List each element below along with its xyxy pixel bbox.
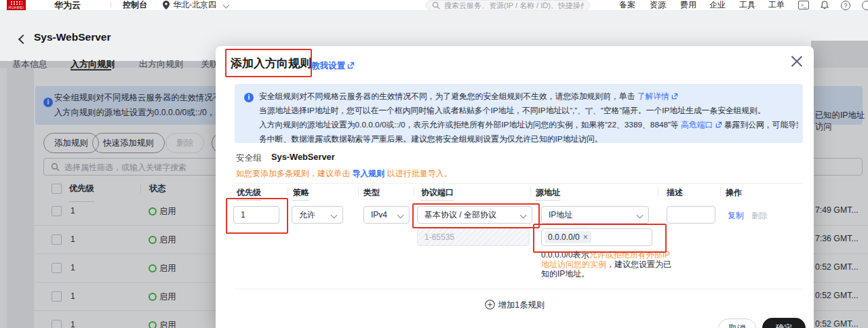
column-divider bbox=[720, 187, 721, 196]
col-actions: 操作 bbox=[726, 187, 742, 199]
delete-action[interactable]: 删除 bbox=[751, 210, 768, 222]
strategy-value: 允许 bbox=[299, 210, 315, 220]
col-description: 描述 bbox=[667, 187, 683, 199]
external-link-icon bbox=[671, 90, 678, 104]
table-bottom-divider bbox=[235, 289, 803, 289]
col-priority: 优先级 bbox=[237, 187, 261, 201]
chevron-down-icon bbox=[223, 2, 230, 9]
external-link-icon bbox=[347, 62, 355, 71]
source-warning-l2a: 地址访问您的实例 bbox=[541, 260, 606, 269]
menu-ticket[interactable]: 工单 bbox=[768, 0, 785, 10]
menu-beian[interactable]: 备案 bbox=[619, 0, 635, 10]
add-inbound-rule-dialog: 添加入方向规则 教我设置 安全组规则对不同规格云服务器的生效情况不同，为了避免您… bbox=[216, 46, 814, 328]
add-one-rule-button[interactable]: 增加1条规则 bbox=[216, 300, 814, 311]
topbar-divider bbox=[111, 1, 111, 8]
import-rules-link[interactable]: 导入规则 bbox=[352, 169, 384, 178]
chevron-down-icon bbox=[331, 212, 338, 219]
chevron-down-icon bbox=[520, 212, 527, 219]
type-select[interactable]: IPv4 bbox=[363, 206, 410, 224]
menu-billing[interactable]: 费用 bbox=[680, 0, 696, 10]
alert-line2-text: 当源地址选择IP地址时，您可以在一个框内同时输入或者粘贴多个IP地址，不同IP地… bbox=[259, 104, 798, 118]
page-title: Sys-WebServer bbox=[34, 31, 111, 43]
chevron-down-icon bbox=[397, 212, 404, 219]
notification-bell-icon[interactable] bbox=[821, 1, 829, 11]
huawei-logo-word: HUAWEI bbox=[7, 5, 26, 9]
col-protocol-port: 协议端口 bbox=[421, 187, 454, 201]
dialog-title: 添加入方向规则 bbox=[231, 56, 311, 71]
priority-input[interactable]: 1 bbox=[233, 206, 279, 224]
protocol-value: 基本协议 / 全部协议 bbox=[425, 210, 496, 220]
account-icon[interactable] bbox=[862, 1, 868, 10]
back-icon[interactable] bbox=[18, 35, 28, 44]
cancel-button[interactable]: 取消 bbox=[718, 319, 756, 328]
external-link-icon bbox=[715, 119, 722, 133]
remove-tag-icon[interactable] bbox=[583, 232, 588, 242]
add-one-rule-label: 增加1条规则 bbox=[498, 300, 545, 310]
menu-tools[interactable]: 工具 bbox=[739, 0, 755, 10]
teach-me-link[interactable]: 教我设置 bbox=[311, 60, 355, 72]
global-search-placeholder: 搜索云服务、资源(IP / 名称 / ID)、快捷操作... bbox=[444, 1, 584, 10]
ip-tag-chip: 0.0.0.0/0 bbox=[545, 231, 591, 243]
region-selector[interactable]: 华北-北京四 bbox=[173, 0, 216, 10]
col-strategy: 策略 bbox=[293, 187, 309, 201]
huawei-logo[interactable]: HUAWEI bbox=[7, 0, 26, 10]
alert-line3-text-post: 暴露到公网，可能导致网络入侵，造成业 bbox=[722, 120, 798, 129]
menu-resources[interactable]: 资源 bbox=[650, 0, 666, 10]
close-icon[interactable] bbox=[791, 54, 803, 67]
import-tip-post: 以进行批量导入。 bbox=[384, 169, 452, 178]
security-group-value: Sys-WebServer bbox=[271, 152, 335, 162]
table-top-divider bbox=[235, 183, 803, 184]
learn-more-link[interactable]: 了解详情 bbox=[637, 91, 669, 101]
dialog-info-alert: 安全组规则对不同规格云服务器的生效情况不同，为了避免您的安全组规则不生效，请您添… bbox=[235, 84, 803, 143]
column-divider bbox=[288, 187, 288, 196]
import-tip: 如您要添加多条规则，建议单击 导入规则 以进行批量导入。 bbox=[236, 168, 452, 180]
alert-line3-text: 入方向规则的源地址设置为0.0.0.0/0或::/0，表示允许或拒绝所有外部IP… bbox=[259, 120, 681, 129]
column-divider bbox=[358, 187, 359, 196]
high-risk-ports-link[interactable]: 高危端口 bbox=[681, 120, 713, 129]
source-warning-l3: 知的IP地址。 bbox=[541, 269, 589, 279]
location-pin-icon bbox=[163, 1, 170, 11]
source-warning-l1a: 0.0.0.0/0表示 bbox=[541, 250, 589, 260]
source-type-select[interactable]: IP地址 bbox=[541, 206, 649, 224]
column-divider bbox=[658, 187, 658, 196]
modal-backdrop-corner bbox=[811, 41, 868, 61]
chevron-down-icon bbox=[637, 212, 644, 219]
cli-terminal-icon[interactable]: >_ bbox=[798, 1, 809, 9]
source-ip-input[interactable]: 0.0.0.0/0 bbox=[541, 228, 652, 246]
protocol-select[interactable]: 基本协议 / 全部协议 bbox=[417, 206, 532, 224]
col-source: 源地址 bbox=[536, 187, 560, 201]
alert-line4-text: 务中断、数据泄露或数据勒索等严重后果。建议您将安全组规则设置为仅允许已知的IP地… bbox=[259, 132, 798, 146]
copy-action[interactable]: 复制 bbox=[728, 210, 744, 222]
source-warning-l1b: 允许或拒绝所有外部IP bbox=[589, 250, 670, 260]
description-input[interactable] bbox=[667, 206, 715, 224]
top-bar: HUAWEI 华为云 控制台 华北-北京四 搜索云服务、资源(IP / 名称 /… bbox=[0, 0, 868, 11]
search-icon bbox=[432, 1, 440, 11]
plus-circle-icon bbox=[485, 300, 495, 310]
info-icon bbox=[244, 93, 254, 102]
column-divider bbox=[530, 187, 531, 196]
global-search-input[interactable]: 搜索云服务、资源(IP / 名称 / ID)、快捷操作... bbox=[426, 0, 590, 11]
menu-enterprise[interactable]: 企业 bbox=[709, 0, 726, 10]
type-value: IPv4 bbox=[371, 210, 387, 220]
source-type-value: IP地址 bbox=[549, 210, 572, 220]
confirm-button[interactable]: 确定 bbox=[762, 318, 806, 328]
column-divider bbox=[414, 187, 414, 196]
alert-line1-text: 安全组规则对不同规格云服务器的生效情况不同，为了避免您的安全组规则不生效，请您添… bbox=[259, 91, 637, 101]
help-icon[interactable]: ? bbox=[841, 1, 850, 10]
console-link[interactable]: 控制台 bbox=[123, 0, 147, 10]
teach-me-link-label: 教我设置 bbox=[311, 61, 345, 70]
brand-huaweicloud[interactable]: 华为云 bbox=[54, 0, 81, 10]
screen: HUAWEI 华为云 控制台 华北-北京四 搜索云服务、资源(IP / 名称 /… bbox=[0, 0, 868, 328]
security-group-label: 安全组 bbox=[236, 152, 262, 164]
port-range-input[interactable]: 1-65535 bbox=[417, 228, 530, 246]
import-tip-pre: 如您要添加多条规则，建议单击 bbox=[236, 169, 352, 178]
ip-tag-value: 0.0.0.0/0 bbox=[548, 232, 580, 242]
huawei-flower-icon bbox=[10, 1, 22, 5]
source-warning-l2b: ，建议您设置为已 bbox=[606, 260, 671, 269]
strategy-select[interactable]: 允许 bbox=[292, 206, 343, 224]
col-type: 类型 bbox=[363, 187, 380, 199]
